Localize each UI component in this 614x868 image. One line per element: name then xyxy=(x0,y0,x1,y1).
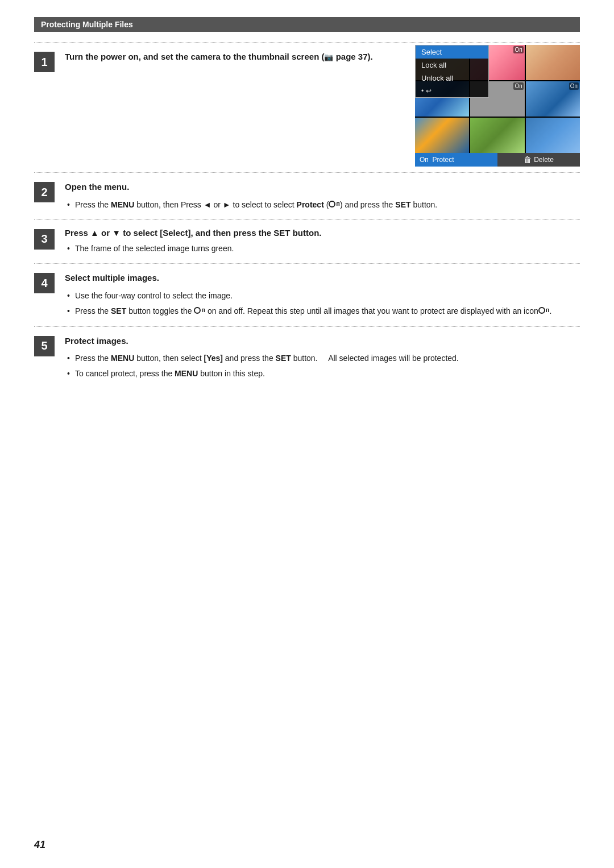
step-1-number: 1 xyxy=(34,52,55,72)
camera-icon: 📷 xyxy=(324,53,333,61)
camera-menu-overlay: Select Lock all Unlock all • ↩ xyxy=(415,45,489,98)
thumb-6: Oп xyxy=(526,81,580,117)
step-4-bullet-1: Use the four-way control to select the i… xyxy=(65,289,580,302)
cam-protect-btn: Oп Protect xyxy=(415,153,497,167)
step-1-content: Turn the power on, and set the camera to… xyxy=(65,51,580,167)
step-5-bullet-1: Press the MENU button, then select [Yes]… xyxy=(65,352,580,364)
step-2-bullets: Press the MENU button, then Press ◄ or ►… xyxy=(65,198,580,211)
protect-icon-2: Oп xyxy=(513,82,523,90)
section-header: Protecting Multiple Files xyxy=(34,17,580,32)
step-3-content: Press ▲ or ▼ to select [Select], and the… xyxy=(65,228,580,258)
step-2-bullet-1: Press the MENU button, then Press ◄ or ►… xyxy=(65,198,580,211)
section-title: Protecting Multiple Files xyxy=(41,20,133,29)
step-3-main-text: Press ▲ or ▼ to select [Select], and the… xyxy=(65,228,580,238)
step-2-row: 2 Open the menu. Press the MENU button, … xyxy=(34,172,580,219)
thumb-3 xyxy=(526,45,580,80)
step-4-bullet-2: Press the SET button toggles the п on an… xyxy=(65,305,580,317)
protect-icon-1: Oп xyxy=(513,46,523,53)
menu-item-back: • ↩ xyxy=(416,85,488,97)
step-3-number: 3 xyxy=(34,229,55,250)
menu-item-select: Select xyxy=(416,45,488,59)
camera-bottom-bar: Oп Protect 🗑 Delete xyxy=(415,153,580,167)
protect-label: Oп Protect xyxy=(420,156,454,164)
step-4-bullets: Use the four-way control to select the i… xyxy=(65,289,580,318)
page-number: 41 xyxy=(34,839,45,851)
delete-label: Delete xyxy=(534,156,554,164)
menu-item-lockall: Lock all xyxy=(416,59,488,72)
step-5-bullet-2: To cancel protect, press the MENU button… xyxy=(65,367,580,380)
step-1-text: Turn the power on, and set the camera to… xyxy=(65,51,404,68)
step-2-main-text: Open the menu. xyxy=(65,181,580,194)
step-2-content: Open the menu. Press the MENU button, th… xyxy=(65,181,580,214)
protect-icon-3: Oп xyxy=(569,82,579,90)
cam-delete-btn: 🗑 Delete xyxy=(497,153,580,167)
step-3-bullet-1: The frame of the selected image turns gr… xyxy=(65,242,580,255)
step-4-row: 4 Select multiple images. Use the four-w… xyxy=(34,263,580,326)
step-5-content: Protect images. Press the MENU button, t… xyxy=(65,335,580,383)
delete-trash-icon: 🗑 xyxy=(524,155,532,164)
thumb-8 xyxy=(470,118,524,153)
menu-item-unlockall: Unlock all xyxy=(416,72,488,85)
steps-area: 1 Turn the power on, and set the camera … xyxy=(34,42,580,389)
page-container: Protecting Multiple Files 1 Turn the pow… xyxy=(0,0,614,423)
step-4-main-text: Select multiple images. xyxy=(65,272,580,285)
step-1-main-text: Turn the power on, and set the camera to… xyxy=(65,51,404,64)
step-2-number: 2 xyxy=(34,182,55,202)
thumb-7 xyxy=(415,118,469,153)
step-5-row: 5 Protect images. Press the MENU button,… xyxy=(34,326,580,389)
camera-ui: Oп Oп Oп xyxy=(415,45,580,167)
step-3-row: 3 Press ▲ or ▼ to select [Select], and t… xyxy=(34,219,580,263)
camera-thumbnails: Oп Oп Oп xyxy=(415,45,580,153)
step-4-content: Select multiple images. Use the four-way… xyxy=(65,272,580,320)
step-5-bullets: Press the MENU button, then select [Yes]… xyxy=(65,352,580,380)
step-5-main-text: Protect images. xyxy=(65,335,580,348)
step-4-number: 4 xyxy=(34,273,55,293)
step-3-bullets: The frame of the selected image turns gr… xyxy=(65,242,580,255)
step-5-number: 5 xyxy=(34,336,55,356)
thumb-9 xyxy=(526,118,580,153)
step-1-row: 1 Turn the power on, and set the camera … xyxy=(34,42,580,172)
